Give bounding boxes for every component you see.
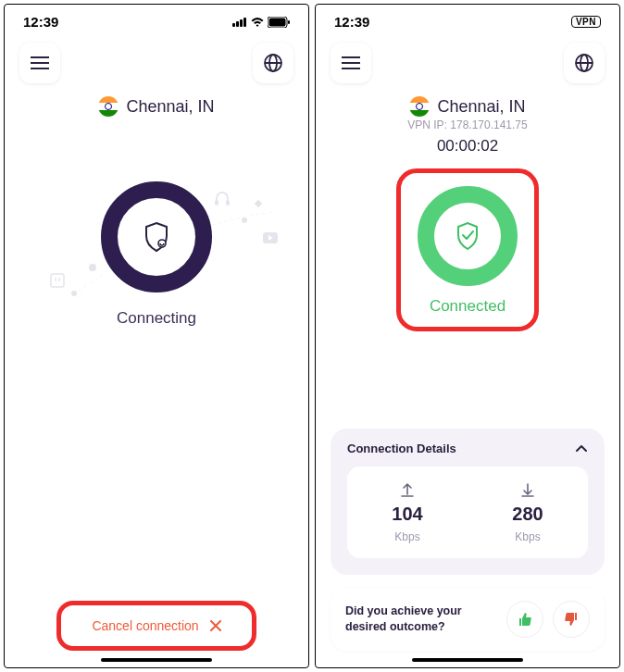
svg-rect-0: [232, 23, 235, 27]
globe-icon: [263, 53, 283, 73]
svg-rect-3: [243, 18, 246, 27]
hamburger-icon: [31, 56, 49, 69]
cancel-connection-button[interactable]: Cancel connection: [56, 601, 256, 651]
download-stat: 280 Kbps: [468, 481, 588, 543]
screen-connected: 12:39 VPN Chennai, IN VPN IP: 178.170.14…: [315, 4, 620, 668]
outcome-prompt: Did you achieve your desired outcome?: [331, 588, 605, 651]
location-header: Chennai, IN VPN IP: 178.170.141.75 00:00…: [316, 96, 619, 156]
svg-point-21: [242, 218, 247, 223]
upload-stat: 104 Kbps: [347, 481, 468, 543]
location-text: Chennai, IN: [126, 97, 214, 117]
globe-icon: [574, 53, 594, 73]
svg-rect-1: [236, 21, 239, 27]
menu-button[interactable]: [331, 43, 371, 83]
upload-unit: Kbps: [394, 530, 419, 543]
india-flag-icon: [409, 96, 430, 117]
shield-check-icon: [455, 221, 480, 251]
svg-point-16: [89, 264, 96, 271]
hamburger-icon: [342, 56, 360, 69]
close-icon: [210, 620, 221, 631]
main-area: Connecting: [5, 117, 308, 601]
clock-text: 12:39: [334, 14, 369, 30]
status-bar: 12:39 VPN: [316, 5, 619, 33]
youtube-icon: [262, 231, 279, 244]
connection-timer: 00:00:02: [437, 137, 498, 156]
vpn-ip-text: VPN IP: 178.170.141.75: [407, 118, 527, 131]
home-indicator: [412, 658, 523, 662]
svg-rect-5: [269, 18, 286, 26]
upload-icon: [400, 481, 415, 498]
top-bar: [5, 33, 308, 93]
panel-title: Connection Details: [347, 442, 456, 455]
dot-icon: [88, 263, 97, 272]
chevron-up-icon: [575, 444, 588, 453]
vpn-badge: VPN: [571, 16, 601, 28]
dot2-icon: [69, 289, 79, 298]
download-icon: [520, 481, 535, 498]
menu-button[interactable]: [19, 43, 60, 83]
shield-icon: [143, 221, 170, 253]
status-icons: [232, 17, 290, 28]
location-header: Chennai, IN: [5, 96, 308, 117]
svg-rect-13: [51, 274, 64, 287]
battery-icon: [268, 17, 290, 28]
svg-rect-18: [226, 200, 230, 205]
download-unit: Kbps: [515, 530, 540, 543]
location-row[interactable]: Chennai, IN: [409, 96, 525, 117]
thumbs-down-icon: [563, 611, 580, 628]
headphones-icon: [213, 189, 231, 207]
wifi-icon: [250, 17, 265, 28]
svg-rect-17: [215, 200, 218, 205]
svg-rect-20: [263, 232, 278, 243]
connection-details-panel: Connection Details 104 Kbps 280 Kbps: [331, 429, 605, 575]
location-text: Chennai, IN: [437, 97, 525, 117]
home-indicator: [101, 658, 212, 662]
twitch-icon: [49, 272, 68, 291]
connect-ring-highlighted: Connected: [396, 168, 539, 331]
main-area: Connected: [316, 156, 619, 429]
svg-point-22: [71, 291, 77, 296]
cancel-label: Cancel connection: [92, 618, 198, 633]
download-value: 280: [512, 504, 543, 525]
connect-ring[interactable]: [418, 186, 518, 286]
globe-button[interactable]: [253, 43, 293, 83]
top-bar: [316, 33, 619, 93]
svg-rect-6: [288, 20, 290, 24]
upload-value: 104: [392, 504, 422, 525]
panel-header[interactable]: Connection Details: [347, 442, 588, 455]
diamond-icon: [253, 198, 264, 209]
clock-text: 12:39: [23, 14, 58, 30]
connect-ring-circle: [101, 181, 212, 292]
bottom-area: Connection Details 104 Kbps 280 Kbps Did…: [316, 429, 619, 667]
stats-row: 104 Kbps 280 Kbps: [347, 467, 588, 558]
outcome-question: Did you achieve your desired outcome?: [345, 604, 497, 636]
svg-rect-2: [240, 19, 243, 27]
thumbs-down-button[interactable]: [553, 601, 590, 638]
svg-rect-19: [255, 200, 262, 207]
dot-small-icon: [241, 217, 248, 224]
highlight-box: Connected: [396, 168, 539, 331]
thumbs-up-icon: [517, 611, 533, 628]
connection-status: Connected: [430, 297, 505, 316]
connect-ring[interactable]: [101, 181, 212, 292]
status-bar: 12:39: [5, 5, 308, 33]
location-row[interactable]: Chennai, IN: [98, 96, 214, 117]
cellular-icon: [232, 17, 247, 27]
globe-button[interactable]: [564, 43, 605, 83]
screen-connecting: 12:39 Chennai, IN: [4, 4, 309, 668]
connection-status: Connecting: [117, 309, 196, 328]
thumbs-up-button[interactable]: [506, 601, 543, 638]
india-flag-icon: [98, 96, 119, 117]
